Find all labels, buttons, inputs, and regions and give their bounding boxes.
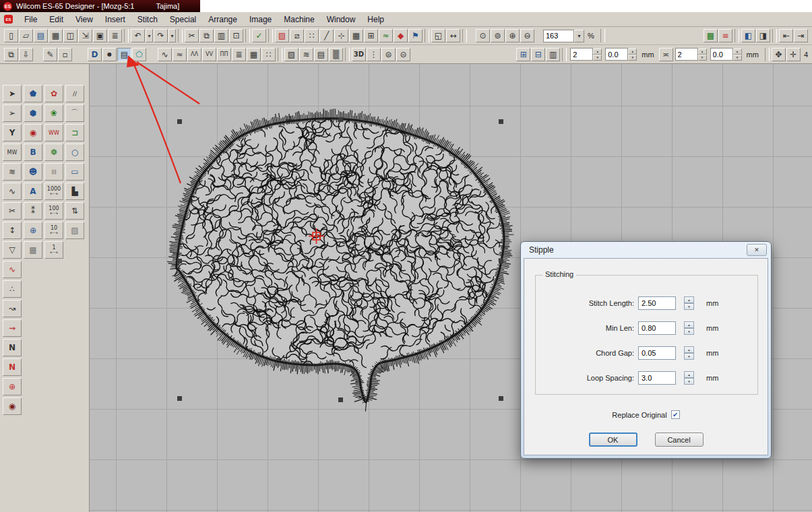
red-path-icon[interactable]: N	[3, 358, 22, 376]
run-type-icon[interactable]: ∿	[158, 48, 172, 61]
menu-arrange[interactable]: Arrange	[202, 13, 243, 26]
step-10-icon[interactable]: 10⇠⇢	[44, 222, 63, 239]
e-stitch-type-icon[interactable]: ΠΠ	[217, 48, 231, 61]
menu-insert[interactable]: Insert	[99, 13, 131, 26]
branch-tool-icon[interactable]: Y	[3, 124, 22, 141]
stitch-length-input[interactable]	[638, 296, 676, 310]
jump-stitch-icon[interactable]: ↝	[3, 300, 22, 317]
spinner-up-icon[interactable]: ▴	[698, 49, 707, 55]
ww-stitch-icon[interactable]: WW	[44, 124, 63, 141]
hoop-layout-icon[interactable]: ▥	[546, 48, 560, 61]
pull-comp-input[interactable]	[570, 48, 593, 61]
zigzag-type-icon[interactable]: VV	[202, 48, 216, 61]
send-to-back-icon[interactable]: ⇩	[19, 48, 33, 61]
spinner-down-icon[interactable]: ▾	[628, 55, 637, 61]
stipple-run-icon[interactable]: ▤	[117, 48, 131, 61]
fancy-fill-icon[interactable]: ▨	[284, 48, 299, 61]
swatch-dark-icon[interactable]: ▨	[65, 222, 84, 239]
overlap-objects-icon[interactable]: ⧉	[4, 48, 18, 61]
motif-type-icon[interactable]: ∷	[261, 48, 276, 61]
zoom-input[interactable]	[543, 30, 574, 42]
copy-icon[interactable]: ⧉	[199, 29, 214, 42]
show-design-icon[interactable]: ▩	[704, 29, 718, 42]
design-properties-icon[interactable]: ▣	[93, 29, 107, 42]
closed-offset-icon[interactable]: ⊝	[396, 48, 410, 61]
dotted-run-icon[interactable]: ∴	[3, 280, 22, 298]
spinner-down-icon[interactable]: ▾	[684, 378, 694, 385]
trapunto-icon[interactable]: ⋮	[367, 48, 381, 61]
satin-type-icon[interactable]: ΛΛ	[187, 48, 201, 61]
next-color-icon[interactable]: ⇥	[794, 29, 808, 42]
scissors-tool-icon[interactable]: ✂	[3, 202, 22, 220]
hoop-tool-icon[interactable]: ⊕	[24, 222, 42, 239]
manual-stitch-icon[interactable]: ⇝	[3, 319, 22, 337]
paste-icon[interactable]: ▥	[214, 29, 228, 42]
report-icon[interactable]: ≣	[108, 29, 122, 42]
swatch-light-icon[interactable]: ▩	[24, 241, 42, 259]
redo-dropdown-icon[interactable]: ▾	[168, 29, 176, 42]
layout-grid2-icon[interactable]: ⊟	[531, 48, 545, 61]
step-1000-icon[interactable]: 1000⇠⇢	[44, 183, 63, 200]
team-names-icon[interactable]: ⁑	[24, 202, 42, 220]
spinner-down-icon[interactable]: ▾	[733, 55, 742, 61]
funnel-tool-icon[interactable]: ▽	[3, 241, 22, 259]
blend-icon[interactable]: ◆	[394, 29, 408, 42]
presser-foot-icon[interactable]: ▙	[65, 183, 84, 200]
menu-stitch[interactable]: Stitch	[131, 13, 164, 26]
step-100-icon[interactable]: 100⇠⇢	[44, 202, 63, 220]
offset-b-input[interactable]	[710, 48, 733, 61]
approve-icon[interactable]: ✓	[252, 29, 266, 42]
menu-machine[interactable]: Machine	[278, 13, 320, 26]
portrait-icon[interactable]: ☻	[24, 163, 42, 181]
penetration-dot-icon[interactable]: ●	[102, 48, 117, 61]
zoom-out-icon[interactable]: ⊖	[520, 29, 534, 42]
menu-special[interactable]: Special	[164, 13, 202, 26]
spinner-up-icon[interactable]: ▴	[684, 296, 694, 303]
tatami-type-icon[interactable]: ≣	[232, 48, 246, 61]
layout-grid-icon[interactable]: ⊞	[516, 48, 530, 61]
reshape-tool-icon[interactable]: ➢	[3, 104, 22, 122]
cut-icon[interactable]: ✂	[185, 29, 199, 42]
loop-spacing-input[interactable]	[638, 371, 676, 385]
offset-a-input[interactable]	[605, 48, 628, 61]
spinner-up-icon[interactable]: ▴	[684, 346, 694, 353]
machine-function-icon[interactable]: ◉	[3, 397, 22, 415]
satin-fill-icon[interactable]: ▨	[275, 29, 289, 42]
chord-gap-input[interactable]	[638, 346, 676, 360]
color-film-icon[interactable]: ◧	[741, 29, 755, 42]
wave-run-icon[interactable]: ∿	[3, 183, 22, 200]
redo-icon[interactable]: ↷	[154, 29, 168, 42]
zoom-in-icon[interactable]: ⊕	[505, 29, 520, 42]
hatch-tool-icon[interactable]: ∕∕	[65, 85, 84, 102]
ok-button[interactable]: OK	[589, 433, 637, 447]
digitize-d-icon[interactable]: D	[88, 48, 102, 61]
replace-original-checkbox[interactable]: ✔	[671, 410, 680, 419]
program-split-icon[interactable]: ▦	[247, 48, 261, 61]
undo-dropdown-icon[interactable]: ▾	[146, 29, 153, 42]
triple-run-type-icon[interactable]: ≈	[173, 48, 187, 61]
prev-color-icon[interactable]: ⇤	[779, 29, 793, 42]
show-stitches-icon[interactable]: ≡	[718, 29, 732, 42]
open-icon[interactable]: ▱	[19, 29, 33, 42]
spinner-down-icon[interactable]: ▾	[593, 55, 602, 61]
table-icon[interactable]: ⊞	[364, 29, 378, 42]
spinner-up-icon[interactable]: ▴	[733, 49, 742, 55]
trace-outline-icon[interactable]: ⬠	[132, 48, 146, 61]
open-offset-icon[interactable]: ⊜	[381, 48, 396, 61]
print-icon[interactable]: ▦	[49, 29, 63, 42]
spinner-up-icon[interactable]: ▴	[593, 49, 602, 55]
overview-window-icon[interactable]: ◱	[431, 29, 445, 42]
spinner-down-icon[interactable]: ▾	[684, 353, 694, 360]
min-len-input[interactable]	[638, 321, 676, 335]
dotted-outline-icon[interactable]: ▫	[58, 48, 72, 61]
menu-help[interactable]: Help	[361, 13, 390, 26]
write-machine-icon[interactable]: ⇲	[78, 29, 92, 42]
zoom-1to1-icon[interactable]: ⊚	[491, 29, 505, 42]
sprig-motif-icon[interactable]: ❀	[44, 104, 63, 122]
pen-tool-icon[interactable]: ✎	[43, 48, 57, 61]
tatami-fill-icon[interactable]: ⧄	[290, 29, 304, 42]
dialog-titlebar[interactable]: Stipple ✕	[524, 242, 768, 258]
undo-icon[interactable]: ↶	[131, 29, 145, 42]
spinner-down-icon[interactable]: ▾	[698, 55, 707, 61]
mw-zigzag-icon[interactable]: MW	[3, 143, 22, 161]
